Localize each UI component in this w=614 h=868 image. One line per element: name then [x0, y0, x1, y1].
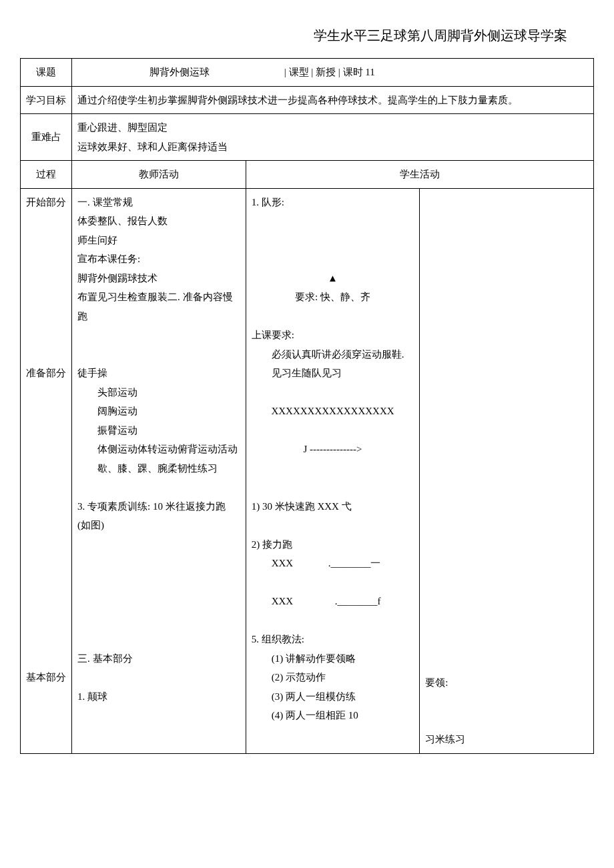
label-topic: 课题 — [21, 59, 72, 87]
t-line: 体侧运动体转运动俯背运动活动歇、膝、踝、腕柔韧性练习 — [77, 440, 240, 478]
label-period: 课时 — [343, 67, 363, 77]
label-goals: 学习目标 — [21, 86, 72, 114]
label-student: 学生活动 — [246, 161, 593, 189]
relay-row: XXX .________一 — [252, 554, 414, 573]
s-line: (4) 两人一组相距 10 — [252, 706, 414, 725]
triangle-icon: ▲ — [252, 269, 414, 288]
t-line: 阔胸运动 — [77, 402, 240, 421]
extra-2: 习米练习 — [425, 734, 465, 745]
s-line: 5. 组织教法: — [252, 634, 304, 644]
lesson-table: 课题 脚背外侧运球 | 课型 | 新授 | 课时 11 学习目标 通过介绍使学生… — [20, 58, 594, 754]
section-prep: 准备部分 — [26, 368, 66, 378]
section-main: 基本部分 — [26, 672, 66, 683]
t-line: 师生问好 — [77, 235, 117, 246]
topic-name: 脚背外侧运球 — [77, 63, 282, 82]
s-line: 必须认真听讲必须穿运动服鞋. 见习生随队见习 — [252, 345, 414, 383]
relay-line: .________f — [300, 592, 380, 611]
t-line: 布置见习生检查服装二. 准备内容慢跑 — [77, 292, 233, 322]
diff-2: 运球效果好、球和人距离保持适当 — [77, 141, 228, 152]
label-process: 过程 — [21, 161, 72, 189]
divider: | — [284, 67, 289, 77]
diff-1: 重心跟进、脚型固定 — [77, 122, 168, 133]
label-difficulty: 重难占 — [21, 114, 72, 161]
arrow-line: J --------------> — [252, 440, 414, 459]
t-line: 1. 颠球 — [77, 691, 107, 702]
relay-xxx: XXX — [272, 592, 298, 611]
classtype-value: 新授 — [316, 67, 336, 77]
divider: | — [338, 67, 343, 77]
difficulty-cell: 重心跟进、脚型固定 运球效果好、球和人距离保持适当 — [72, 114, 594, 161]
topic-cell: 脚背外侧运球 | 课型 | 新授 | 课时 11 — [72, 59, 594, 87]
s-line: 上课要求: — [252, 330, 294, 340]
t-line: 三. 基本部分 — [77, 653, 133, 664]
label-classtype: 课型 — [289, 67, 309, 77]
period-value: 11 — [365, 67, 374, 77]
s-line: (1) 讲解动作要领略 — [252, 649, 414, 669]
extra-col: 要领: 习米练习 — [420, 188, 594, 753]
label-teacher: 教师活动 — [72, 161, 246, 189]
t-line: 徒手操 — [77, 368, 107, 378]
t-line: 头部运动 — [77, 383, 240, 402]
goals-cell: 通过介绍使学生初步掌握脚背外侧踢球技术进一步提高各种停球技术。提高学生的上下肢力… — [72, 86, 594, 114]
s-line: 要求: 快、静、齐 — [252, 288, 414, 307]
page-title: 学生水平三足球第八周脚背外侧运球导学案 — [20, 27, 594, 45]
extra-1: 要领: — [425, 677, 448, 688]
teacher-activities: 一. 课堂常规 体委整队、报告人数 师生问好 宣布本课任务: 脚背外侧踢球技术 … — [72, 188, 246, 753]
t-line: 脚背外侧踢球技术 — [77, 273, 158, 284]
t-line: 一. 课堂常规 — [77, 197, 133, 207]
t-line: 振臂运动 — [77, 421, 240, 440]
t-line: 3. 专项素质训练: 10 米往返接力跑 (如图) — [77, 501, 226, 531]
formation-x: XXXXXXXXXXXXXXXXX — [252, 402, 414, 421]
student-activities: 1. 队形: ▲ 要求: 快、静、齐 上课要求: 必须认真听讲必须穿运动服鞋. … — [246, 188, 420, 753]
relay-xxx: XXX — [272, 554, 298, 573]
section-start: 开始部分 — [26, 197, 66, 207]
t-line: 宣布本课任务: — [77, 254, 140, 264]
s-line: 2) 接力跑 — [252, 539, 292, 550]
s-line: (3) 两人一组模仿练 — [252, 687, 414, 707]
relay-line: .________一 — [300, 554, 380, 573]
s-line: (2) 示范动作 — [252, 668, 414, 687]
section-labels: 开始部分 准备部分 基本部分 — [21, 188, 72, 753]
t-line: 体委整队、报告人数 — [77, 215, 168, 226]
s-line: 1) 30 米快速跑 XXX 弋 — [252, 501, 352, 512]
s-line: 1. 队形: — [252, 197, 284, 207]
relay-row: XXX .________f — [252, 592, 414, 611]
